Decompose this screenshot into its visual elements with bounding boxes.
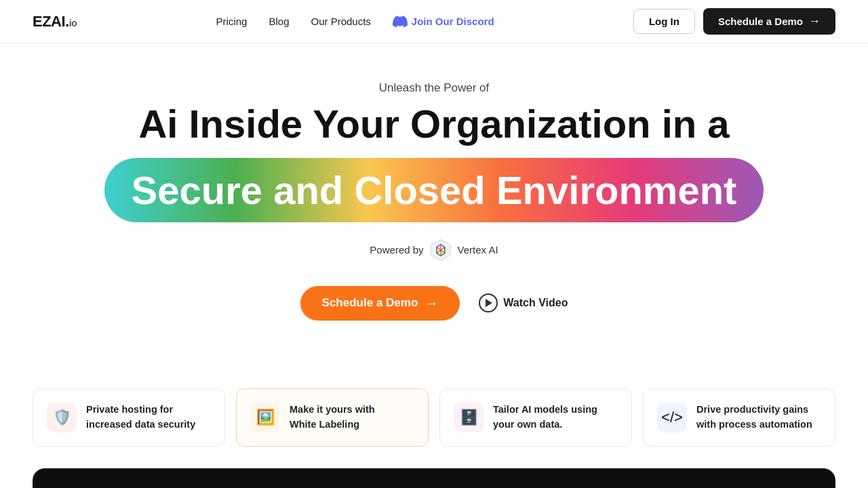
- nav-blog[interactable]: Blog: [269, 16, 289, 27]
- vertex-label: Vertex AI: [458, 244, 498, 256]
- feature-card-automation: </> Drive productivity gainswith process…: [643, 388, 835, 447]
- play-icon: [479, 293, 498, 312]
- vertex-ai-logo: [429, 239, 452, 262]
- hero-subtext: Unleash the Power of: [379, 81, 490, 95]
- shield-icon: 🛡️: [47, 403, 77, 432]
- discord-icon: [393, 14, 408, 29]
- brands-bar: 𝒟𝒾𝓈𝓃𝑒𝓎 verizon✓ Spectrum≫ Walmart ✳ True…: [33, 468, 835, 488]
- powered-by: Powered by Vertex AI: [370, 239, 498, 262]
- cta-row: Schedule a Demo → Watch Video: [300, 286, 568, 321]
- feature-text-models: Tailor AI models usingyour own data.: [493, 403, 597, 432]
- login-button[interactable]: Log In: [633, 9, 695, 34]
- nav-demo-button[interactable]: Schedule a Demo →: [703, 8, 835, 35]
- nav-pricing[interactable]: Pricing: [216, 16, 248, 27]
- nav-links: Pricing Blog Our Products Join Our Disco…: [216, 14, 494, 29]
- brand-logo: EZAI.io: [33, 13, 77, 30]
- arrow-icon: →: [808, 14, 821, 28]
- hero-section: Unleash the Power of Ai Inside Your Orga…: [0, 43, 868, 388]
- image-icon: 🖼️: [250, 403, 280, 432]
- feature-card-hosting: 🛡️ Private hosting forincreased data sec…: [33, 388, 225, 447]
- navbar: EZAI.io Pricing Blog Our Products Join O…: [0, 0, 868, 43]
- feature-text-whitelabel: Make it yours withWhite Labeling: [290, 403, 375, 432]
- schedule-demo-button[interactable]: Schedule a Demo →: [300, 286, 460, 321]
- stack-icon: 🗄️: [454, 403, 484, 432]
- feature-text-hosting: Private hosting forincreased data securi…: [86, 403, 195, 432]
- feature-card-models: 🗄️ Tailor AI models usingyour own data.: [439, 388, 632, 447]
- feature-cards: 🛡️ Private hosting forincreased data sec…: [0, 388, 868, 447]
- nav-actions: Log In Schedule a Demo →: [633, 8, 835, 35]
- watch-video-button[interactable]: Watch Video: [479, 293, 568, 312]
- feature-text-automation: Drive productivity gainswith process aut…: [696, 403, 812, 432]
- hero-title: Ai Inside Your Organization in a: [138, 102, 729, 147]
- hero-pill: Secure and Closed Environment: [104, 158, 764, 222]
- nav-discord[interactable]: Join Our Discord: [393, 14, 494, 29]
- feature-card-whitelabel: 🖼️ Make it yours withWhite Labeling: [236, 388, 429, 447]
- code-icon: </>: [657, 403, 687, 432]
- arrow-icon: →: [425, 296, 438, 311]
- play-triangle: [486, 299, 492, 307]
- nav-products[interactable]: Our Products: [311, 16, 370, 27]
